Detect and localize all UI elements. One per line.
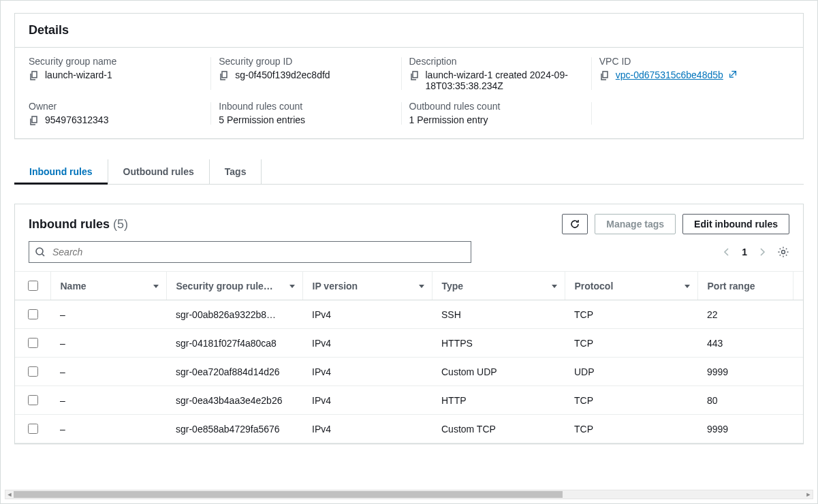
description-value: launch-wizard-1 created 2024-09-18T03:35… xyxy=(426,69,576,91)
copy-icon[interactable] xyxy=(29,115,40,126)
col-ip-version: IP version xyxy=(302,272,432,300)
row-checkbox[interactable] xyxy=(28,424,38,434)
scroll-right-arrow[interactable]: ► xyxy=(804,490,813,499)
cell-protocol: TCP xyxy=(565,329,697,358)
cell-name: – xyxy=(50,300,166,329)
rules-count: (5) xyxy=(113,217,128,231)
cell-port-range: 22 xyxy=(697,300,793,329)
cell-rule-id: sgr-0ea43b4aa3e4e2b26 xyxy=(166,386,302,415)
cell-port-range: 9999 xyxy=(697,358,793,386)
cell-type: Custom TCP xyxy=(432,415,565,443)
table-row[interactable]: –sgr-04181f027f4a80ca8IPv4HTTPSTCP443 xyxy=(15,329,803,358)
cell-type: SSH xyxy=(432,300,565,329)
row-checkbox[interactable] xyxy=(28,395,38,405)
horizontal-scrollbar[interactable]: ◄ ► xyxy=(5,490,813,499)
owner-label: Owner xyxy=(29,101,204,112)
prev-page-button[interactable] xyxy=(723,248,731,256)
col-port-range: Port range xyxy=(697,272,793,300)
sg-id-value: sg-0f450f139d2ec8dfd xyxy=(235,69,330,80)
row-checkbox[interactable] xyxy=(28,338,38,348)
inbound-rules-table: Name Security group rule… IP version Typ… xyxy=(15,272,803,443)
col-type: Type xyxy=(432,272,565,300)
cell-ip-version: IPv4 xyxy=(302,300,432,329)
sg-name-label: Security group name xyxy=(29,56,204,67)
cell-type: HTTPS xyxy=(432,329,565,358)
cell-protocol: TCP xyxy=(565,300,697,329)
select-all-checkbox[interactable] xyxy=(28,281,38,291)
manage-tags-button[interactable]: Manage tags xyxy=(595,214,676,234)
tabs: Inbound rules Outbound rules Tags xyxy=(14,159,804,185)
col-protocol: Protocol xyxy=(565,272,697,300)
tab-inbound-rules[interactable]: Inbound rules xyxy=(14,159,108,184)
sort-icon[interactable] xyxy=(289,283,296,289)
inbound-rules-panel: Inbound rules (5) Manage tags Edit inbou… xyxy=(14,204,804,444)
vpc-id-label: VPC ID xyxy=(599,56,775,67)
outbound-count-value: 1 Permission entry xyxy=(409,114,488,125)
svg-point-0 xyxy=(36,248,43,255)
table-row[interactable]: –sgr-0ea720af884d14d26IPv4Custom UDPUDP9… xyxy=(15,358,803,386)
cell-name: – xyxy=(50,358,166,386)
row-checkbox[interactable] xyxy=(28,366,38,377)
sg-name-value: launch-wizard-1 xyxy=(45,69,112,80)
owner-value: 954976312343 xyxy=(45,114,108,125)
tab-tags[interactable]: Tags xyxy=(210,159,262,184)
sort-icon[interactable] xyxy=(684,283,691,289)
vpc-id-link[interactable]: vpc-0d675315c6be48d5b xyxy=(616,69,723,80)
cell-rule-id: sgr-0e858ab4729fa5676 xyxy=(166,415,302,443)
cell-port-range: 80 xyxy=(697,386,793,415)
cell-name: – xyxy=(50,329,166,358)
gear-icon[interactable] xyxy=(777,246,789,258)
copy-icon[interactable] xyxy=(29,70,40,81)
search-input[interactable] xyxy=(51,246,465,258)
inbound-count-value: 5 Permission entries xyxy=(219,114,305,125)
cell-rule-id: sgr-04181f027f4a80ca8 xyxy=(166,329,302,358)
page-number: 1 xyxy=(742,247,747,257)
cell-port-range: 443 xyxy=(697,329,793,358)
inbound-count-label: Inbound rules count xyxy=(219,101,394,112)
table-row[interactable]: –sgr-0e858ab4729fa5676IPv4Custom TCPTCP9… xyxy=(15,415,803,443)
cell-name: – xyxy=(50,415,166,443)
sort-icon[interactable] xyxy=(153,283,159,289)
cell-type: HTTP xyxy=(432,386,565,415)
copy-icon[interactable] xyxy=(409,70,420,81)
cell-name: – xyxy=(50,386,166,415)
cell-type: Custom UDP xyxy=(432,358,565,386)
search-box[interactable] xyxy=(29,241,471,263)
edit-inbound-rules-button[interactable]: Edit inbound rules xyxy=(682,214,789,234)
details-title: Details xyxy=(15,14,803,48)
row-checkbox[interactable] xyxy=(28,309,38,319)
cell-rule-id: sgr-0ea720af884d14d26 xyxy=(166,358,302,386)
description-label: Description xyxy=(409,56,585,67)
copy-icon[interactable] xyxy=(599,70,610,81)
cell-ip-version: IPv4 xyxy=(302,358,432,386)
cell-ip-version: IPv4 xyxy=(302,415,432,443)
cell-protocol: TCP xyxy=(565,415,697,443)
cell-protocol: TCP xyxy=(565,386,697,415)
refresh-icon xyxy=(569,219,580,230)
table-row[interactable]: –sgr-00ab826a9322b8…IPv4SSHTCP22 xyxy=(15,300,803,329)
scroll-thumb[interactable] xyxy=(14,491,563,498)
details-panel: Details Security group name launch-wizar… xyxy=(14,13,804,139)
table-row[interactable]: –sgr-0ea43b4aa3e4e2b26IPv4HTTPTCP80 xyxy=(15,386,803,415)
cell-ip-version: IPv4 xyxy=(302,329,432,358)
rules-title: Inbound rules xyxy=(29,217,110,231)
cell-protocol: UDP xyxy=(565,358,697,386)
next-page-button[interactable] xyxy=(758,248,766,256)
external-link-icon xyxy=(728,69,738,79)
cell-rule-id: sgr-00ab826a9322b8… xyxy=(166,300,302,329)
sort-icon[interactable] xyxy=(551,283,558,289)
sg-id-label: Security group ID xyxy=(219,56,394,67)
cell-ip-version: IPv4 xyxy=(302,386,432,415)
col-name: Name xyxy=(50,272,166,300)
cell-port-range: 9999 xyxy=(697,415,793,443)
outbound-count-label: Outbound rules count xyxy=(409,101,585,112)
search-icon xyxy=(35,247,46,257)
tab-outbound-rules[interactable]: Outbound rules xyxy=(108,159,210,184)
svg-point-1 xyxy=(782,251,785,254)
refresh-button[interactable] xyxy=(562,214,588,234)
col-rule-id: Security group rule… xyxy=(166,272,302,300)
scroll-left-arrow[interactable]: ◄ xyxy=(5,490,14,499)
sort-icon[interactable] xyxy=(418,283,425,289)
copy-icon[interactable] xyxy=(219,70,230,81)
